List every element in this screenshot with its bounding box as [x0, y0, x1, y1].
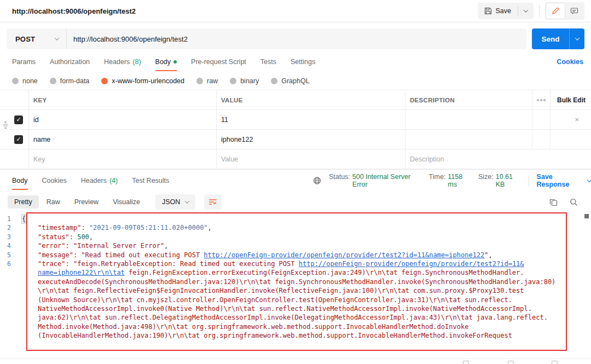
- save-button[interactable]: Save: [478, 3, 518, 19]
- send-dropdown-button[interactable]: [569, 28, 584, 49]
- code-line: name=iphone122\r\n\tat feign.FeignExcept…: [1, 268, 591, 277]
- response-tab-headers[interactable]: Headers(4): [81, 171, 118, 190]
- line-number: 3: [1, 233, 22, 241]
- url-link[interactable]: name=iphone122\r\n\tat: [38, 268, 125, 277]
- clipped-icon: [508, 361, 514, 364]
- code-line: java:62)\r\n\tat sun.reflect.DelegatingM…: [1, 313, 591, 322]
- search-icon[interactable]: [570, 198, 578, 206]
- response-tab-body[interactable]: Body: [12, 171, 28, 190]
- view-tab-visualize[interactable]: Visualize: [106, 195, 147, 209]
- radio-icon: [196, 78, 203, 84]
- mode-graphql[interactable]: GraphQL: [271, 77, 309, 85]
- globe-icon: [313, 176, 321, 185]
- row-checkbox-checked[interactable]: [14, 115, 23, 124]
- bulk-edit-button[interactable]: Bulk Edit: [557, 96, 586, 104]
- table-header-row: KEY VALUE DESCRIPTION Bulk Edit: [0, 90, 591, 110]
- key-cell[interactable]: id: [28, 110, 216, 129]
- drag-handle-icon[interactable]: [3, 121, 8, 129]
- view-tab-preview[interactable]: Preview: [68, 195, 105, 209]
- clipped-icon: [463, 361, 469, 364]
- tab-authorization[interactable]: Authorization: [50, 53, 90, 71]
- radio-icon: [271, 78, 277, 84]
- line-number: 1: [1, 215, 22, 223]
- delete-row-icon[interactable]: ×: [575, 115, 579, 124]
- mode-x-www-form-urlencoded[interactable]: x-www-form-urlencoded: [101, 77, 184, 85]
- value-cell[interactable]: iphone122: [216, 130, 405, 149]
- method-selector[interactable]: POST: [7, 28, 67, 49]
- code-line: (Unknown Source)\r\n\tat cn.myjszl.contr…: [1, 296, 591, 304]
- format-label: JSON: [162, 198, 180, 206]
- row-checkbox-checked[interactable]: [14, 135, 23, 144]
- tab-params[interactable]: Params: [12, 53, 36, 71]
- code-line: 5 "message": "Read timed out executing P…: [1, 251, 591, 259]
- floppy-icon: [484, 7, 492, 15]
- value-cell[interactable]: 11: [216, 110, 405, 129]
- comment-icon: [570, 7, 578, 15]
- radio-icon: [50, 78, 56, 84]
- value-input-placeholder[interactable]: Value: [216, 149, 405, 169]
- url-link[interactable]: http://openFeign-provider/openfeign/prov…: [204, 251, 484, 259]
- edit-button[interactable]: [546, 3, 565, 19]
- tab-tests[interactable]: Tests: [260, 53, 276, 71]
- format-dropdown[interactable]: JSON: [155, 194, 195, 210]
- view-tab-pretty[interactable]: Pretty: [8, 195, 39, 209]
- code-line: 4 "error": "Internal Server Error",: [1, 241, 591, 250]
- wrap-lines-icon: [208, 198, 217, 206]
- line-number: 6: [1, 259, 22, 268]
- request-tab-title: http://localhost:9006/openfeign/test2: [12, 7, 136, 15]
- response-tab-test-results[interactable]: Test Results: [132, 171, 169, 190]
- copy-icon[interactable]: [549, 198, 558, 206]
- response-body-code[interactable]: 1{2 "timestamp": "2021-09-09T05:21:11.02…: [0, 213, 591, 351]
- headers-count-badge: (8): [132, 58, 141, 66]
- code-line: executeAndDecode(SynchronousMethodHandle…: [1, 278, 591, 286]
- body-modified-dot-icon: [173, 60, 177, 63]
- line-number: [1, 331, 22, 340]
- send-button[interactable]: Send: [532, 28, 569, 49]
- chevron-down-icon: [55, 36, 59, 40]
- chevron-down-icon: [587, 177, 591, 182]
- edit-comment-group: [545, 2, 584, 20]
- key-input-placeholder[interactable]: Key: [28, 149, 216, 169]
- method-label: POST: [15, 35, 35, 43]
- description-cell[interactable]: [405, 130, 532, 149]
- tab-body[interactable]: Body: [155, 53, 177, 71]
- description-cell[interactable]: [405, 110, 532, 129]
- view-tab-raw[interactable]: Raw: [40, 195, 67, 209]
- response-tab-cookies[interactable]: Cookies: [42, 171, 67, 190]
- mode-form-data[interactable]: form-data: [50, 77, 90, 85]
- line-number: [1, 322, 22, 331]
- line-number: [1, 313, 22, 322]
- save-dropdown-button[interactable]: [518, 3, 534, 19]
- tab-pre-request-script[interactable]: Pre-request Script: [191, 53, 246, 71]
- radio-selected-icon: [101, 78, 108, 84]
- scrollbar-thumb[interactable]: [584, 214, 589, 218]
- url-input[interactable]: http://localhost:9006/openfeign/test2: [67, 28, 188, 49]
- meta-divider: [529, 175, 529, 186]
- code-line: 6 "trace": "feign.RetryableException: Re…: [1, 259, 591, 268]
- code-line: 1{: [1, 215, 591, 223]
- column-header-key: KEY: [28, 90, 216, 109]
- line-number: [1, 296, 22, 304]
- more-actions-icon[interactable]: [537, 99, 546, 101]
- comment-button[interactable]: [565, 3, 583, 19]
- cookies-link[interactable]: Cookies: [557, 58, 583, 66]
- save-response-button[interactable]: Save Response: [537, 173, 591, 188]
- key-cell[interactable]: name: [28, 130, 216, 149]
- response-tabs: Body Cookies Headers(4) Test Results Sta…: [0, 170, 591, 191]
- url-link[interactable]: http://openFeign-provider/openfeign/prov…: [299, 259, 524, 268]
- tab-headers[interactable]: Headers(8): [104, 53, 141, 71]
- description-input-placeholder[interactable]: Description: [405, 149, 532, 169]
- chevron-down-icon: [524, 8, 528, 12]
- url-field: POST http://localhost:9006/openfeign/tes…: [7, 28, 526, 49]
- request-bar: POST http://localhost:9006/openfeign/tes…: [7, 28, 584, 49]
- code-line: \r\n\tat feign.ReflectiveFeign$FeignInvo…: [1, 286, 591, 295]
- line-number: 5: [1, 251, 22, 259]
- mode-binary[interactable]: binary: [230, 77, 259, 85]
- save-button-group: Save: [478, 3, 534, 19]
- code-line: (InvocableHandlerMethod.java:190)\r\n\ta…: [1, 331, 591, 340]
- wrap-lines-button[interactable]: [204, 194, 222, 210]
- line-number: [1, 304, 22, 313]
- mode-raw[interactable]: raw: [196, 77, 218, 85]
- tab-settings[interactable]: Settings: [291, 53, 315, 71]
- mode-none[interactable]: none: [12, 77, 38, 85]
